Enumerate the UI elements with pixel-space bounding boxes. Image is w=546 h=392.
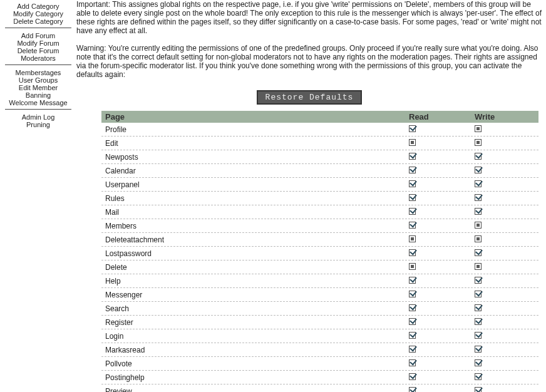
read-checkbox[interactable] (409, 139, 416, 146)
read-checkbox[interactable] (409, 180, 416, 187)
col-page: Page (101, 112, 409, 121)
table-row: Messenger (101, 288, 538, 302)
read-checkbox[interactable] (409, 194, 416, 201)
write-checkbox[interactable] (475, 332, 482, 339)
write-checkbox[interactable] (475, 291, 482, 297)
page-name: Newposts (101, 153, 409, 162)
read-checkbox[interactable] (409, 318, 416, 325)
write-checkbox[interactable] (475, 153, 482, 160)
table-row: Edit (101, 137, 538, 150)
read-checkbox[interactable] (409, 208, 416, 215)
nav-modify-forum[interactable]: Modify Forum (0, 39, 76, 47)
page-name: Calendar (101, 167, 409, 175)
table-row: Pollvote (101, 357, 538, 371)
table-row: Mail (101, 205, 538, 219)
write-checkbox[interactable] (475, 249, 482, 256)
read-checkbox[interactable] (409, 125, 416, 132)
page-name: Lostpassword (101, 249, 409, 258)
nav-delete-forum[interactable]: Delete Forum (0, 47, 76, 54)
table-row: Rules (101, 192, 538, 205)
table-row: Members (101, 219, 538, 233)
page-name: Userpanel (101, 180, 409, 189)
write-checkbox[interactable] (475, 359, 482, 366)
read-checkbox[interactable] (409, 291, 416, 297)
page-name: Preview (101, 387, 409, 393)
nav-add-forum[interactable]: Add Forum (0, 32, 76, 39)
read-checkbox[interactable] (409, 387, 416, 392)
page-name: Help (101, 277, 409, 286)
nav-delete-category[interactable]: Delete Category (0, 18, 76, 25)
write-checkbox[interactable] (475, 222, 482, 229)
nav-modify-category[interactable]: Modify Category (0, 10, 76, 18)
warning-text: Warning: You're currently editing the pe… (76, 44, 542, 79)
table-row: Help (101, 274, 538, 288)
page-name: Delete (101, 263, 409, 272)
page-name: Login (101, 332, 409, 341)
nav-pruning[interactable]: Pruning (0, 121, 76, 128)
page-name: Pollvote (101, 359, 409, 368)
col-read: Read (409, 112, 475, 121)
write-checkbox[interactable] (475, 139, 482, 146)
page-name: Search (101, 304, 409, 313)
important-text: Important: This assignes global rights o… (76, 0, 542, 35)
write-checkbox[interactable] (475, 263, 482, 270)
write-checkbox[interactable] (475, 194, 482, 201)
write-checkbox[interactable] (475, 235, 482, 242)
read-checkbox[interactable] (409, 277, 416, 284)
permissions-table: Page Read Write ProfileEditNewpostsCalen… (101, 111, 538, 392)
write-checkbox[interactable] (475, 318, 482, 325)
table-row: Userpanel (101, 178, 538, 192)
col-write: Write (475, 112, 538, 121)
write-checkbox[interactable] (475, 125, 482, 132)
page-name: Members (101, 222, 409, 230)
write-checkbox[interactable] (475, 180, 482, 187)
nav-edit-member[interactable]: Edit Member (0, 84, 76, 91)
table-row: Markasread (101, 343, 538, 357)
table-header: Page Read Write (101, 111, 538, 123)
table-row: Login (101, 329, 538, 343)
page-name: Mail (101, 208, 409, 217)
nav-memberstages[interactable]: Memberstages (0, 69, 76, 76)
page-name: Profile (101, 125, 409, 134)
page-name: Markasread (101, 346, 409, 354)
page-name: Postinghelp (101, 373, 409, 382)
read-checkbox[interactable] (409, 167, 416, 173)
read-checkbox[interactable] (409, 222, 416, 229)
nav-moderators[interactable]: Moderators (0, 54, 76, 62)
main-content: Important: This assignes global rights o… (76, 0, 546, 392)
write-checkbox[interactable] (475, 346, 482, 353)
write-checkbox[interactable] (475, 373, 482, 380)
read-checkbox[interactable] (409, 249, 416, 256)
write-checkbox[interactable] (475, 304, 482, 311)
write-checkbox[interactable] (475, 277, 482, 284)
nav-admin-log[interactable]: Admin Log (0, 113, 76, 121)
read-checkbox[interactable] (409, 359, 416, 366)
page-name: Rules (101, 194, 409, 203)
nav-add-category[interactable]: Add Category (0, 3, 76, 10)
read-checkbox[interactable] (409, 153, 416, 160)
table-row: Deleteattachment (101, 233, 538, 247)
read-checkbox[interactable] (409, 373, 416, 380)
write-checkbox[interactable] (475, 208, 482, 215)
page-name: Messenger (101, 291, 409, 299)
write-checkbox[interactable] (475, 387, 482, 392)
write-checkbox[interactable] (475, 167, 482, 173)
read-checkbox[interactable] (409, 332, 416, 339)
page-name: Edit (101, 139, 409, 148)
table-row: Calendar (101, 164, 538, 178)
table-row: Preview (101, 384, 538, 392)
table-row: Search (101, 302, 538, 316)
read-checkbox[interactable] (409, 304, 416, 311)
page-name: Register (101, 318, 409, 327)
table-row: Newposts (101, 150, 538, 164)
table-row: Postinghelp (101, 371, 538, 384)
restore-defaults-button[interactable]: Restore Defaults (257, 90, 363, 105)
table-row: Delete (101, 260, 538, 274)
read-checkbox[interactable] (409, 346, 416, 353)
read-checkbox[interactable] (409, 235, 416, 242)
read-checkbox[interactable] (409, 263, 416, 270)
table-row: Lostpassword (101, 247, 538, 260)
nav-banning[interactable]: Banning (0, 91, 76, 99)
nav-user-groups[interactable]: User Groups (0, 76, 76, 84)
nav-welcome-message[interactable]: Welcome Message (0, 99, 76, 106)
